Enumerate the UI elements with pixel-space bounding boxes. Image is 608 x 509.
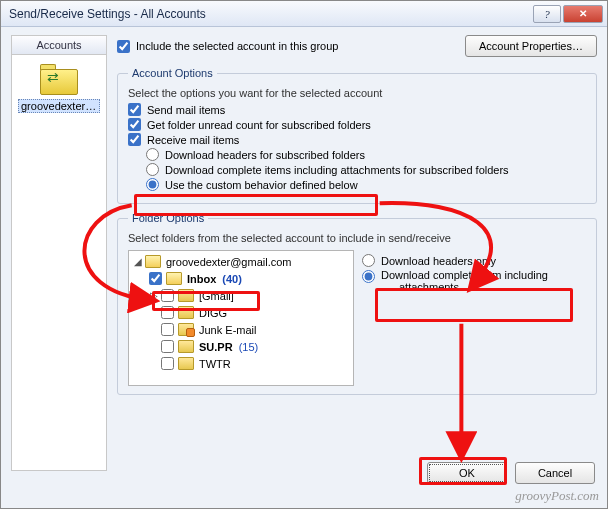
folder-tree[interactable]: ◢ groovedexter@gmail.com Inbox (40) ▷ <box>128 250 354 386</box>
inbox-label: Inbox <box>187 273 216 285</box>
supr-checkbox[interactable] <box>161 340 174 353</box>
gmail-checkbox[interactable] <box>161 289 174 302</box>
complete-item-option[interactable]: Download complete item including attachm… <box>362 269 586 293</box>
account-label: groovedexter@… <box>18 99 100 113</box>
digg-icon <box>178 306 194 319</box>
include-account-label: Include the selected account in this gro… <box>136 40 338 52</box>
inbox-count: (40) <box>222 273 242 285</box>
inbox-icon <box>166 272 182 285</box>
expand-icon[interactable]: ▷ <box>149 290 159 301</box>
cancel-button[interactable]: Cancel <box>515 462 595 484</box>
account-properties-button[interactable]: Account Properties… <box>465 35 597 57</box>
include-account-checkbox[interactable]: Include the selected account in this gro… <box>117 40 338 53</box>
folder-options-desc: Select folders from the selected account… <box>128 232 586 244</box>
supr-label: SU.PR <box>199 341 233 353</box>
complete-item-label: Download complete item including attachm… <box>381 269 548 293</box>
download-headers-radio[interactable] <box>146 148 159 161</box>
download-headers-option[interactable]: Download headers for subscribed folders <box>146 148 586 161</box>
watermark: groovyPost.com <box>515 488 599 504</box>
account-options-desc: Select the options you want for the sele… <box>128 87 586 99</box>
junk-label: Junk E-mail <box>199 324 256 336</box>
supr-icon <box>178 340 194 353</box>
window-title: Send/Receive Settings - All Accounts <box>9 7 531 21</box>
account-options-legend: Account Options <box>128 67 217 79</box>
account-item[interactable]: ⇄ groovedexter@… <box>12 55 106 115</box>
headers-only-label: Download headers only <box>381 255 496 267</box>
receive-mail-checkbox[interactable] <box>128 133 141 146</box>
close-button[interactable]: ✕ <box>563 5 603 23</box>
titlebar: Send/Receive Settings - All Accounts ? ✕ <box>1 1 607 27</box>
collapse-icon[interactable]: ◢ <box>133 256 143 267</box>
custom-behavior-label: Use the custom behavior defined below <box>165 179 358 191</box>
send-mail-option[interactable]: Send mail items <box>128 103 586 116</box>
download-complete-label: Download complete items including attach… <box>165 164 509 176</box>
per-folder-download-options: Download headers only Download complete … <box>362 250 586 386</box>
gmail-icon <box>178 289 194 302</box>
get-unread-option[interactable]: Get folder unread count for subscribed f… <box>128 118 586 131</box>
folder-options-group: Folder Options Select folders from the s… <box>117 212 597 395</box>
download-headers-label: Download headers for subscribed folders <box>165 149 365 161</box>
supr-count: (15) <box>239 341 259 353</box>
digg-checkbox[interactable] <box>161 306 174 319</box>
get-unread-label: Get folder unread count for subscribed f… <box>147 119 371 131</box>
junk-icon <box>178 323 194 336</box>
headers-only-radio[interactable] <box>362 254 375 267</box>
receive-mail-label: Receive mail items <box>147 134 239 146</box>
download-complete-radio[interactable] <box>146 163 159 176</box>
receive-mail-option[interactable]: Receive mail items <box>128 133 586 146</box>
include-account-input[interactable] <box>117 40 130 53</box>
download-complete-option[interactable]: Download complete items including attach… <box>146 163 586 176</box>
store-icon <box>145 255 161 268</box>
twtr-checkbox[interactable] <box>161 357 174 370</box>
digg-label: DIGG <box>199 307 227 319</box>
tree-root-label: groovedexter@gmail.com <box>166 256 292 268</box>
get-unread-checkbox[interactable] <box>128 118 141 131</box>
custom-behavior-radio[interactable] <box>146 178 159 191</box>
twtr-label: TWTR <box>199 358 231 370</box>
complete-item-radio[interactable] <box>362 270 375 283</box>
tree-node-gmail[interactable]: ▷ [Gmail] <box>131 287 351 304</box>
inbox-checkbox[interactable] <box>149 272 162 285</box>
tree-node-supr[interactable]: SU.PR (15) <box>131 338 351 355</box>
ok-button[interactable]: OK <box>427 462 507 484</box>
tree-node-inbox[interactable]: Inbox (40) <box>131 270 351 287</box>
accounts-panel: Accounts ⇄ groovedexter@… <box>11 35 107 471</box>
help-button[interactable]: ? <box>533 5 561 23</box>
folder-options-legend: Folder Options <box>128 212 208 224</box>
junk-checkbox[interactable] <box>161 323 174 336</box>
tree-node-digg[interactable]: DIGG <box>131 304 351 321</box>
tree-node-twtr[interactable]: TWTR <box>131 355 351 372</box>
tree-root[interactable]: ◢ groovedexter@gmail.com <box>131 253 351 270</box>
send-mail-checkbox[interactable] <box>128 103 141 116</box>
tree-node-junk[interactable]: Junk E-mail <box>131 321 351 338</box>
custom-behavior-option[interactable]: Use the custom behavior defined below <box>146 178 586 191</box>
account-folder-icon: ⇄ <box>37 61 81 97</box>
twtr-icon <box>178 357 194 370</box>
send-mail-label: Send mail items <box>147 104 225 116</box>
headers-only-option[interactable]: Download headers only <box>362 254 586 267</box>
gmail-label: [Gmail] <box>199 290 234 302</box>
accounts-header: Accounts <box>12 36 106 55</box>
account-options-group: Account Options Select the options you w… <box>117 67 597 204</box>
